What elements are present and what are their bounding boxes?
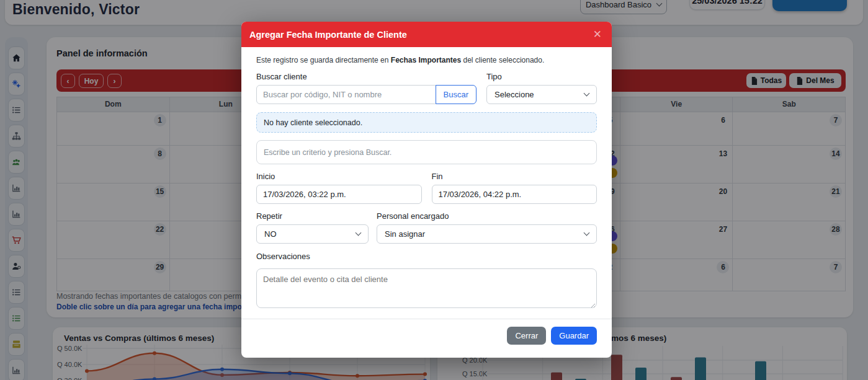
fin-label: Fin: [432, 172, 597, 181]
close-icon[interactable]: ✕: [593, 29, 602, 40]
modal-footer: Cerrar Guardar: [241, 319, 612, 345]
modal-title: Agregar Fecha Importante de Cliente: [249, 30, 593, 40]
tipo-label: Tipo: [486, 72, 597, 81]
modal-body: Este registro se guarda directamente en …: [241, 47, 612, 311]
chevron-down-icon: [356, 230, 362, 236]
personal-label: Personal encargado: [377, 211, 597, 221]
modal-header: Agregar Fecha Importante de Cliente ✕: [241, 22, 612, 47]
tipo-select[interactable]: Seleccione: [486, 85, 597, 104]
end-datetime-input[interactable]: [432, 185, 597, 204]
staff-select[interactable]: Sin asignar: [377, 224, 597, 244]
repeat-select-value: NO: [264, 229, 277, 239]
search-criteria-hint-box: Escribe un criterio y presiona Buscar.: [256, 140, 597, 164]
add-important-date-modal: Agregar Fecha Importante de Cliente ✕ Es…: [241, 22, 612, 358]
chevron-down-icon: [584, 230, 590, 236]
repeat-select[interactable]: NO: [256, 224, 369, 244]
chevron-down-icon: [584, 91, 590, 97]
staff-select-value: Sin asignar: [385, 229, 425, 239]
repetir-label: Repetir: [256, 211, 369, 221]
cancel-button[interactable]: Cerrar: [507, 327, 546, 345]
search-client-input[interactable]: [256, 85, 436, 104]
start-datetime-input[interactable]: [256, 185, 422, 204]
no-client-alert: No hay cliente seleccionado.: [256, 112, 597, 133]
search-client-label: Buscar cliente: [256, 72, 477, 81]
observaciones-label: Observaciones: [256, 252, 597, 261]
modal-intro-text: Este registro se guarda directamente en …: [256, 56, 597, 64]
save-button[interactable]: Guardar: [551, 327, 597, 345]
tipo-select-value: Seleccione: [494, 90, 534, 99]
inicio-label: Inicio: [256, 172, 422, 181]
search-button[interactable]: Buscar: [436, 85, 477, 104]
observations-textarea[interactable]: [256, 268, 597, 308]
